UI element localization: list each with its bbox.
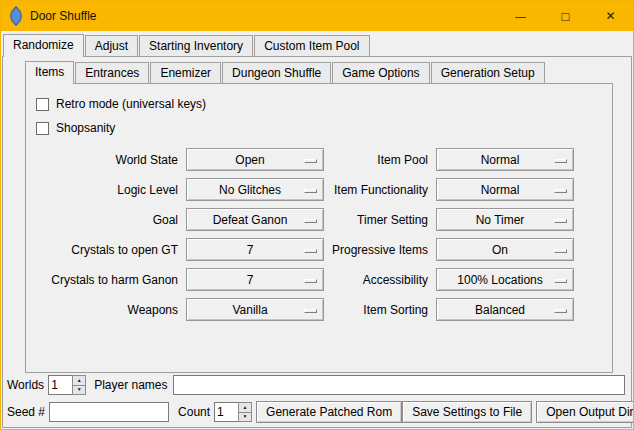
window: Door Shuffle — □ ✕ Randomize Adjust Star… (0, 0, 634, 430)
dropdown-indicator-icon (304, 189, 317, 193)
crystals-open-gt-dropdown[interactable]: 7 (186, 238, 324, 261)
dropdown-indicator-icon (554, 279, 567, 283)
arrow-up-icon: ▲ (77, 378, 82, 383)
logic-level-label: Logic Level (32, 183, 178, 197)
item-functionality-value: Normal (481, 183, 530, 197)
tab-custom-item-pool[interactable]: Custom Item Pool (254, 35, 369, 56)
dropdown-indicator-icon (554, 219, 567, 223)
settings-grid: World State Open Item Pool Normal Logic … (32, 148, 572, 321)
count-spinner-down-button[interactable]: ▼ (238, 413, 252, 423)
arrow-down-icon: ▼ (243, 414, 248, 419)
dropdown-indicator-icon (554, 159, 567, 163)
arrow-up-icon: ▲ (243, 405, 248, 410)
tab-adjust[interactable]: Adjust (85, 35, 138, 56)
count-label: Count (178, 405, 210, 419)
logic-level-value: No Glitches (219, 183, 291, 197)
crystals-harm-ganon-dropdown[interactable]: 7 (186, 268, 324, 291)
tab-randomize[interactable]: Randomize (3, 34, 84, 57)
save-settings-button[interactable]: Save Settings to File (402, 401, 532, 423)
item-sorting-label: Item Sorting (332, 303, 428, 317)
dropdown-indicator-icon (554, 189, 567, 193)
world-state-label: World State (32, 153, 178, 167)
crystals-harm-ganon-label: Crystals to harm Ganon (32, 273, 178, 287)
tab-entrances[interactable]: Entrances (75, 62, 149, 83)
worlds-spinner: ▲ ▼ (48, 375, 86, 395)
count-spinner-arrows: ▲ ▼ (238, 402, 252, 422)
shopsanity-option: Shopsanity (32, 116, 612, 140)
maximize-button[interactable]: □ (543, 1, 588, 31)
item-functionality-dropdown[interactable]: Normal (436, 178, 574, 201)
timer-setting-label: Timer Setting (332, 213, 428, 227)
dropdown-indicator-icon (304, 279, 317, 283)
accessibility-dropdown[interactable]: 100% Locations (436, 268, 574, 291)
worlds-spinner-down-button[interactable]: ▼ (72, 386, 86, 396)
tab-items[interactable]: Items (25, 61, 74, 84)
arrow-down-icon: ▼ (77, 387, 82, 392)
tab-enemizer[interactable]: Enemizer (150, 62, 221, 83)
timer-setting-value: No Timer (476, 213, 535, 227)
timer-setting-dropdown[interactable]: No Timer (436, 208, 574, 231)
progressive-items-value: On (492, 243, 518, 257)
dropdown-indicator-icon (304, 219, 317, 223)
player-names-label: Player names (94, 378, 167, 392)
dropdown-indicator-icon (304, 249, 317, 253)
count-spinner-input[interactable] (214, 402, 238, 422)
weapons-dropdown[interactable]: Vanilla (186, 298, 324, 321)
maximize-icon: □ (562, 10, 570, 23)
minimize-icon: — (515, 11, 526, 22)
open-output-directory-button[interactable]: Open Output Directory (536, 401, 634, 423)
dropdown-indicator-icon (554, 309, 567, 313)
progressive-items-label: Progressive Items (332, 243, 428, 257)
tab-game-options[interactable]: Game Options (332, 62, 429, 83)
tab-starting-inventory[interactable]: Starting Inventory (139, 35, 253, 56)
weapons-label: Weapons (32, 303, 178, 317)
tab-dungeon-shuffle[interactable]: Dungeon Shuffle (222, 62, 331, 83)
worlds-spinner-up-button[interactable]: ▲ (72, 375, 86, 386)
randomize-panel: Items Entrances Enemizer Dungeon Shuffle… (2, 56, 632, 428)
worlds-row: Worlds ▲ ▼ Player names (7, 375, 627, 395)
item-pool-value: Normal (481, 153, 530, 167)
world-state-value: Open (235, 153, 274, 167)
worlds-spinner-input[interactable] (48, 375, 72, 395)
tab-generation-setup[interactable]: Generation Setup (431, 62, 545, 83)
accessibility-label: Accessibility (332, 273, 428, 287)
item-pool-dropdown[interactable]: Normal (436, 148, 574, 171)
crystals-open-gt-label: Crystals to open GT (32, 243, 178, 257)
goal-label: Goal (32, 213, 178, 227)
item-functionality-label: Item Functionality (332, 183, 428, 197)
goal-dropdown[interactable]: Defeat Ganon (186, 208, 324, 231)
count-spinner-up-button[interactable]: ▲ (238, 402, 252, 413)
generate-patched-rom-button[interactable]: Generate Patched Rom (256, 401, 402, 423)
item-sorting-dropdown[interactable]: Balanced (436, 298, 574, 321)
logic-level-dropdown[interactable]: No Glitches (186, 178, 324, 201)
dropdown-indicator-icon (554, 249, 567, 253)
player-names-input[interactable] (173, 375, 626, 395)
window-body: Randomize Adjust Starting Inventory Cust… (1, 31, 633, 429)
primary-tab-bar: Randomize Adjust Starting Inventory Cust… (3, 34, 633, 56)
goal-value: Defeat Ganon (213, 213, 298, 227)
world-state-dropdown[interactable]: Open (186, 148, 324, 171)
window-title: Door Shuffle (30, 9, 97, 23)
count-spinner: ▲ ▼ (214, 402, 252, 422)
crystals-open-gt-value: 7 (247, 243, 264, 257)
progressive-items-dropdown[interactable]: On (436, 238, 574, 261)
secondary-tab-bar: Items Entrances Enemizer Dungeon Shuffle… (25, 61, 631, 83)
retro-mode-checkbox[interactable] (36, 98, 49, 111)
seed-input[interactable] (49, 402, 169, 422)
item-sorting-value: Balanced (475, 303, 535, 317)
dropdown-indicator-icon (304, 159, 317, 163)
worlds-label: Worlds (7, 378, 44, 392)
retro-mode-label: Retro mode (universal keys) (56, 97, 206, 111)
seed-label: Seed # (7, 405, 45, 419)
minimize-button[interactable]: — (498, 1, 543, 31)
close-button[interactable]: ✕ (588, 1, 633, 31)
shopsanity-checkbox[interactable] (36, 122, 49, 135)
bottom-controls: Worlds ▲ ▼ Player names Seed # Count (7, 375, 627, 423)
dropdown-indicator-icon (304, 309, 317, 313)
title-bar: Door Shuffle — □ ✕ (1, 1, 633, 31)
item-pool-label: Item Pool (332, 153, 428, 167)
weapons-value: Vanilla (232, 303, 277, 317)
crystals-harm-ganon-value: 7 (247, 273, 264, 287)
accessibility-value: 100% Locations (457, 273, 552, 287)
retro-mode-option: Retro mode (universal keys) (32, 92, 612, 116)
